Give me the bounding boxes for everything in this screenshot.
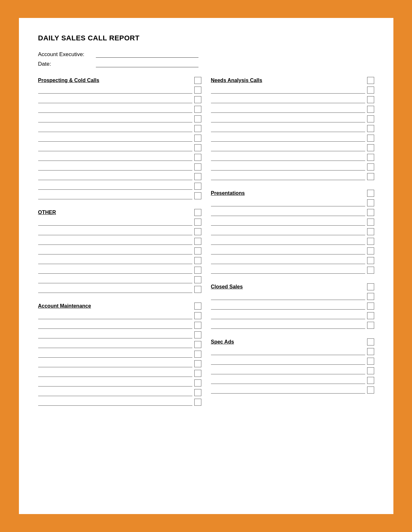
prospecting-header-row: Prospecting & Cold Calls [38,77,201,84]
table-row [211,87,374,94]
table-row [211,173,374,180]
table-row [38,286,201,293]
table-row [211,163,374,170]
table-row [38,106,201,113]
table-row [38,312,201,319]
table-row [211,312,374,319]
account-maintenance-title: Account Maintenance [38,303,192,310]
table-row [38,96,201,103]
closed-sales-header-row: Closed Sales [211,283,374,290]
date-label: Date: [38,61,96,67]
presentations-title: Presentations [211,190,365,197]
table-row [38,341,201,348]
table-row [211,367,374,374]
table-row [38,247,201,254]
needs-analysis-header-box [367,77,374,84]
table-row [38,238,201,245]
needs-analysis-section: Needs Analysis Calls [211,77,374,180]
prospecting-title: Prospecting & Cold Calls [38,78,192,84]
closed-sales-title: Closed Sales [211,284,365,290]
table-row [38,135,201,142]
spec-ads-title: Spec Ads [211,339,365,345]
table-row [38,154,201,161]
table-row [211,125,374,132]
table-row [38,192,201,199]
other-header-row: OTHER [38,209,201,216]
needs-analysis-header-row: Needs Analysis Calls [211,77,374,84]
spec-ads-header-box [367,338,374,345]
table-row [38,228,201,235]
presentations-section: Presentations [211,190,374,274]
other-section: OTHER [38,209,201,293]
table-row [38,144,201,151]
report-title: DAILY SALES CALL REPORT [38,34,374,42]
table-row [211,257,374,264]
table-row [211,377,374,384]
date-field: Date: [38,61,374,67]
table-row [38,267,201,274]
spec-ads-section: Spec Ads [211,338,374,394]
table-row [38,173,201,180]
account-executive-line [96,52,198,58]
other-title: OTHER [38,210,192,216]
table-row [211,358,374,365]
prospecting-header-box [194,77,201,84]
table-row [38,125,201,132]
table-row [211,154,374,161]
header-fields: Account Executive: Date: [38,51,374,67]
table-row [211,199,374,206]
table-row [211,115,374,122]
table-row [38,87,201,94]
needs-analysis-title: Needs Analysis Calls [211,78,365,84]
table-row [38,389,201,396]
date-line [96,62,198,67]
table-row [211,348,374,355]
table-row [38,351,201,358]
table-row [211,238,374,245]
account-maintenance-header-row: Account Maintenance [38,303,201,310]
other-header-box [194,209,201,216]
presentations-header-row: Presentations [211,190,374,197]
table-row [38,331,201,338]
report-container: DAILY SALES CALL REPORT Account Executiv… [17,16,395,516]
closed-sales-header-box [367,283,374,290]
presentations-header-box [367,190,374,197]
table-row [211,387,374,394]
table-row [38,115,201,122]
table-row [38,360,201,367]
table-row [211,135,374,142]
table-row [211,219,374,226]
table-row [38,379,201,387]
table-row [211,144,374,151]
table-row [211,106,374,113]
spec-ads-header-row: Spec Ads [211,338,374,345]
table-row [38,276,201,283]
table-row [38,219,201,226]
table-row [38,399,201,406]
closed-sales-section: Closed Sales [211,283,374,329]
account-maintenance-header-box [194,303,201,310]
table-row [38,322,201,329]
table-row [38,183,201,190]
table-row [38,163,201,170]
table-row [211,96,374,103]
table-row [38,370,201,377]
table-row [211,267,374,274]
right-column: Needs Analysis Calls Presentations [211,77,374,415]
prospecting-cold-calls-section: Prospecting & Cold Calls [38,77,201,199]
table-row [38,257,201,264]
account-executive-label: Account Executive: [38,51,96,58]
left-column: Prospecting & Cold Calls OTHER [38,77,201,415]
account-executive-field: Account Executive: [38,51,374,58]
table-row [211,209,374,216]
table-row [211,228,374,235]
table-row [211,247,374,254]
table-row [211,293,374,300]
table-row [211,303,374,310]
table-row [211,322,374,329]
main-sections: Prospecting & Cold Calls OTHER [38,77,374,415]
account-maintenance-section: Account Maintenance [38,303,201,406]
